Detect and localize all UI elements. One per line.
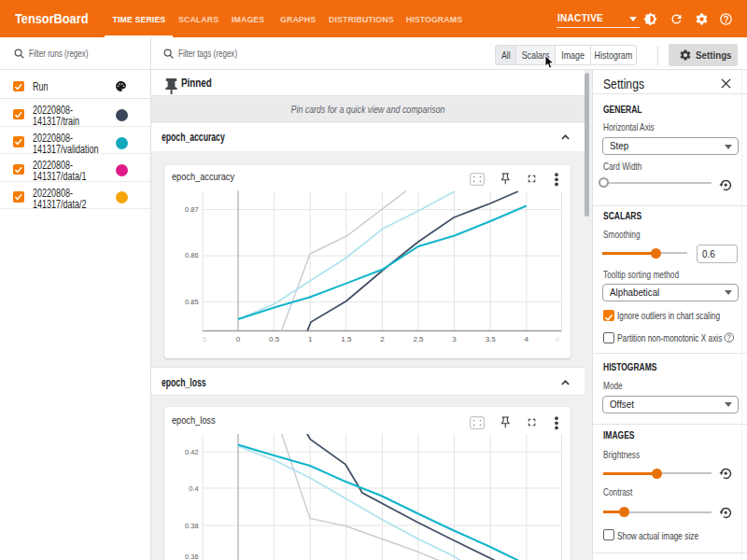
svg-text:0.87: 0.87 — [185, 205, 198, 214]
svg-text:0.85: 0.85 — [185, 298, 198, 306]
svg-text:2.5: 2.5 — [413, 335, 424, 343]
svg-text:0: 0 — [236, 335, 241, 343]
svg-text:0.86: 0.86 — [185, 251, 198, 259]
svg-text:5: 5 — [203, 335, 207, 343]
svg-text:3.5: 3.5 — [486, 335, 497, 343]
svg-text:0.38: 0.38 — [185, 522, 198, 530]
svg-text:0.42: 0.42 — [185, 448, 198, 456]
svg-text:4: 4 — [525, 335, 529, 343]
svg-text:1.5: 1.5 — [341, 335, 352, 343]
svg-text:0.36: 0.36 — [185, 553, 198, 560]
svg-text:4: 4 — [556, 335, 560, 343]
svg-text:0.4: 0.4 — [189, 484, 198, 493]
svg-text:3: 3 — [452, 335, 457, 343]
svg-text:2: 2 — [380, 335, 385, 343]
svg-text:0.5: 0.5 — [269, 335, 280, 343]
svg-text:1: 1 — [308, 335, 313, 343]
